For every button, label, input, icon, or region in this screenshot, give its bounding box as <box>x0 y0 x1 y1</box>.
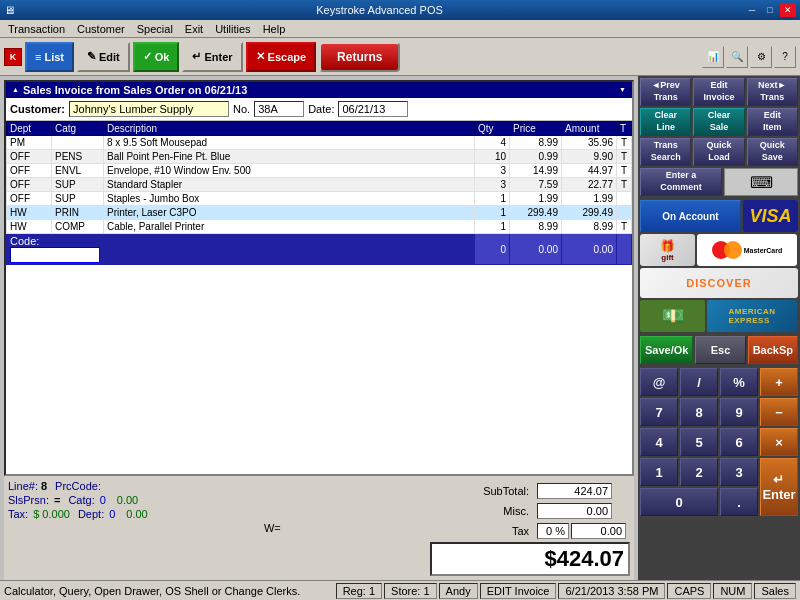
edit-invoice-button[interactable]: EditInvoice <box>693 78 744 106</box>
returns-button[interactable]: Returns <box>319 42 400 72</box>
sls-prsn-item: SlsPrsn: = <box>8 494 60 506</box>
col-header-dept: Dept <box>7 122 52 136</box>
menu-special[interactable]: Special <box>131 22 179 36</box>
mastercard-button[interactable]: MasterCard <box>697 234 797 266</box>
toolbar-icon-3[interactable]: ⚙ <box>750 46 772 68</box>
numpad-plus[interactable]: + <box>760 368 798 396</box>
numpad-1[interactable]: 1 <box>640 458 678 486</box>
maximize-button[interactable]: □ <box>762 3 778 17</box>
numpad-7[interactable]: 7 <box>640 398 678 426</box>
numpad-5[interactable]: 5 <box>680 428 718 456</box>
numpad-4[interactable]: 4 <box>640 428 678 456</box>
menu-help[interactable]: Help <box>257 22 292 36</box>
numpad-3[interactable]: 3 <box>720 458 758 486</box>
tax-value: $ 0.000 <box>33 508 70 520</box>
numpad-9[interactable]: 9 <box>720 398 758 426</box>
cell-amount: 44.97 <box>562 164 617 178</box>
on-account-button[interactable]: On Account <box>640 200 741 232</box>
misc-input[interactable] <box>537 503 612 519</box>
table-row[interactable]: OFF SUP Staples - Jumbo Box 1 1.99 1.99 <box>7 192 632 206</box>
edit-button[interactable]: ✎ Edit <box>77 42 130 72</box>
numpad-slash[interactable]: / <box>680 368 718 396</box>
tax-pct-input[interactable] <box>537 523 569 539</box>
numpad-multiply[interactable]: × <box>760 428 798 456</box>
status-mode: EDIT Invoice <box>480 583 557 599</box>
toolbar-icon-2[interactable]: 🔍 <box>726 46 748 68</box>
customer-row: Customer: No. Date: <box>6 98 632 121</box>
subtotal-label: SubTotal: <box>481 482 533 500</box>
backsp-button[interactable]: BackSp <box>748 336 798 364</box>
edit-item-button[interactable]: EditItem <box>747 108 798 136</box>
invoice-titlebar: ▲ Sales Invoice from Sales Order on 06/2… <box>6 82 632 98</box>
amex-button[interactable]: AMERICANEXPRESS <box>707 300 797 332</box>
menu-exit[interactable]: Exit <box>179 22 209 36</box>
save-ok-button[interactable]: Save/Ok <box>640 336 693 364</box>
toolbar-icon-1[interactable]: 📊 <box>702 46 724 68</box>
col-header-catg: Catg <box>51 122 103 136</box>
table-row[interactable]: OFF SUP Standard Stapler 3 7.59 22.77 T <box>7 178 632 192</box>
prc-code-label: PrcCode: <box>55 480 101 492</box>
date-input[interactable] <box>338 101 408 117</box>
toolbar-icon-4[interactable]: ? <box>774 46 796 68</box>
menu-transaction[interactable]: Transaction <box>2 22 71 36</box>
subtotal-input[interactable] <box>537 483 612 499</box>
quick-save-button[interactable]: QuickSave <box>747 138 798 166</box>
gift-card-button[interactable]: 🎁 gift <box>640 234 695 266</box>
main-area: ▲ Sales Invoice from Sales Order on 06/2… <box>0 76 800 580</box>
code-entry-row[interactable]: Code: 0 0.00 0.00 <box>7 234 632 265</box>
table-row[interactable]: OFF PENS Ball Point Pen-Fine Pt. Blue 10… <box>7 150 632 164</box>
list-button[interactable]: ≡ List <box>25 42 74 72</box>
invoice-no-input[interactable] <box>254 101 304 117</box>
scroll-up-button[interactable]: ▲ <box>12 86 19 94</box>
numpad-enter[interactable]: ↵Enter <box>760 458 798 516</box>
discover-row: DISCOVER <box>640 268 798 298</box>
menu-utilities[interactable]: Utilities <box>209 22 256 36</box>
customer-input[interactable] <box>69 101 229 117</box>
enter-comment-button[interactable]: Enter aComment <box>640 168 722 196</box>
clear-line-button[interactable]: ClearLine <box>640 108 691 136</box>
minimize-button[interactable]: ─ <box>744 3 760 17</box>
code-input[interactable] <box>10 247 100 263</box>
numpad-8[interactable]: 8 <box>680 398 718 426</box>
toolbar: K ≡ List ✎ Edit ✓ Ok ↵ Enter ✕ Escape Re… <box>0 38 800 76</box>
numpad-6[interactable]: 6 <box>720 428 758 456</box>
cell-price: 1.99 <box>510 192 562 206</box>
trans-search-button[interactable]: TransSearch <box>640 138 691 166</box>
visa-button[interactable]: VISA <box>743 200 798 232</box>
tax-value-input[interactable] <box>571 523 626 539</box>
table-row[interactable]: OFF ENVL Envelope, #10 Window Env. 500 3… <box>7 164 632 178</box>
cell-catg: PENS <box>51 150 103 164</box>
cell-t: T <box>617 164 632 178</box>
numpad-esc-button[interactable]: Esc <box>695 336 745 364</box>
close-button[interactable]: ✕ <box>780 3 796 17</box>
numpad-2[interactable]: 2 <box>680 458 718 486</box>
cell-catg: ENVL <box>51 164 103 178</box>
numpad-0[interactable]: 0 <box>640 488 718 516</box>
scroll-down-button[interactable]: ▼ <box>619 86 626 94</box>
quick-load-button[interactable]: QuickLoad <box>693 138 744 166</box>
menu-customer[interactable]: Customer <box>71 22 131 36</box>
cash-button[interactable]: 💵 <box>640 300 705 332</box>
table-row[interactable]: PM 8 x 9.5 Soft Mousepad 4 8.99 35.96 T <box>7 136 632 150</box>
cell-amount: 22.77 <box>562 178 617 192</box>
clear-sale-button[interactable]: ClearSale <box>693 108 744 136</box>
numpad-dot[interactable]: . <box>720 488 758 516</box>
numpad-percent[interactable]: % <box>720 368 758 396</box>
info-column-left: Line#: 8 PrcCode: SlsPrsn: = <box>8 480 148 576</box>
discover-button[interactable]: DISCOVER <box>640 268 798 298</box>
visa-label: VISA <box>749 206 791 227</box>
line-label: Line#: <box>8 480 38 492</box>
info-row-1: Line#: 8 PrcCode: <box>8 480 148 492</box>
table-row[interactable]: HW PRIN Printer, Laser C3PO 1 299.49 299… <box>7 206 632 220</box>
ok-button[interactable]: ✓ Ok <box>133 42 180 72</box>
enter-button[interactable]: ↵ Enter <box>182 42 242 72</box>
escape-button[interactable]: ✕ Escape <box>246 42 317 72</box>
next-trans-button[interactable]: Next►Trans <box>747 78 798 106</box>
numpad-at[interactable]: @ <box>640 368 678 396</box>
table-row[interactable]: HW COMP Cable, Parallel Printer 1 8.99 8… <box>7 220 632 234</box>
code-price-cell: 0.00 <box>510 234 562 265</box>
toolbar-icons: 📊 🔍 ⚙ ? <box>403 46 796 68</box>
numpad-minus[interactable]: − <box>760 398 798 426</box>
prev-trans-button[interactable]: ◄PrevTrans <box>640 78 691 106</box>
code-desc-cell <box>104 234 475 265</box>
